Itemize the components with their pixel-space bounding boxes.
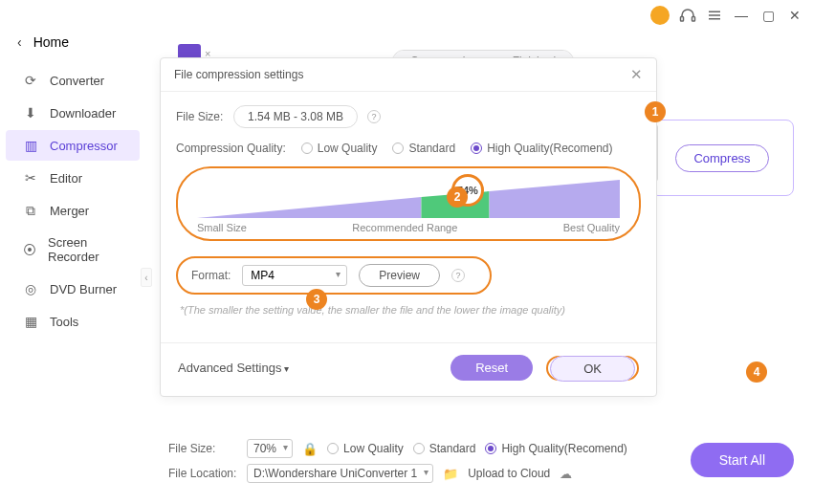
bb-filesize-label: File Size: [168, 442, 237, 455]
sidebar-item-merger[interactable]: ⧉ Merger [6, 195, 140, 226]
filesize-value[interactable]: 1.54 MB - 3.08 MB [233, 105, 358, 128]
cloud-icon[interactable]: ☁ [560, 467, 572, 481]
close-button[interactable]: ✕ [786, 8, 803, 23]
editor-icon: ✂ [23, 170, 38, 186]
standard-option[interactable]: Standard [392, 142, 455, 155]
bb-location-label: File Location: [168, 467, 237, 480]
preview-button[interactable]: Preview [359, 264, 440, 287]
sidebar-item-tools[interactable]: ▦ Tools [6, 306, 140, 337]
svg-rect-0 [681, 17, 684, 22]
bb-standard-option[interactable]: Standard [413, 442, 476, 455]
download-icon: ⬇ [23, 105, 38, 121]
start-all-button[interactable]: Start All [691, 443, 794, 477]
format-select[interactable]: MP4 [242, 265, 347, 286]
step-badge-3: 3 [306, 289, 327, 310]
svg-marker-7 [490, 180, 620, 218]
converter-icon: ⟳ [23, 73, 38, 88]
compression-settings-dialog: File compression settings ✕ File Size: 1… [160, 57, 657, 397]
sidebar-item-compressor[interactable]: ▥ Compressor [6, 130, 140, 161]
sidebar-item-label: DVD Burner [50, 282, 117, 296]
maximize-button[interactable]: ▢ [759, 8, 777, 23]
dialog-close-button[interactable]: ✕ [630, 66, 643, 83]
hint-text: *(The smaller the setting value, the sma… [180, 304, 641, 316]
sidebar-item-editor[interactable]: ✂ Editor [6, 163, 140, 193]
bb-low-option[interactable]: Low Quality [327, 442, 404, 455]
upload-label: Upload to Cloud [468, 467, 550, 480]
folder-icon[interactable]: 📁 [443, 467, 458, 481]
sidebar-item-downloader[interactable]: ⬇ Downloader [6, 98, 140, 128]
recorder-icon: ⦿ [23, 242, 36, 257]
sidebar-item-label: Converter [50, 74, 104, 88]
svg-rect-1 [692, 17, 695, 22]
tools-icon: ▦ [23, 314, 38, 329]
sidebar-item-label: Compressor [50, 139, 118, 153]
menu-icon[interactable] [706, 7, 723, 24]
headset-icon[interactable] [679, 7, 696, 24]
format-row: Format: MP4 Preview ? [176, 256, 492, 295]
format-label: Format: [191, 269, 231, 282]
compress-button[interactable]: Compress [675, 144, 768, 172]
sidebar-item-label: Downloader [50, 106, 116, 121]
svg-marker-5 [197, 197, 421, 218]
sidebar-item-converter[interactable]: ⟳ Converter [6, 65, 140, 96]
sidebar-item-dvd-burner[interactable]: ◎ DVD Burner [6, 274, 140, 304]
quality-slider-container: 74% Small Size Recommended Range Best Qu… [176, 166, 641, 241]
ok-button[interactable]: OK [550, 356, 635, 382]
help-icon-2[interactable]: ? [451, 269, 465, 282]
bb-location-select[interactable]: D:\Wondershare UniConverter 1 [247, 464, 433, 483]
home-label: Home [33, 34, 69, 50]
bottom-bar: File Size: 70% 🔒 Low Quality Standard Hi… [168, 433, 794, 483]
task-card: Compress [650, 120, 794, 196]
step-badge-2: 2 [447, 186, 468, 208]
minimize-button[interactable]: — [733, 8, 750, 23]
sidebar-item-label: Screen Recorder [48, 235, 122, 264]
sidebar-item-screen-recorder[interactable]: ⦿ Screen Recorder [6, 228, 140, 272]
merger-icon: ⧉ [23, 203, 38, 218]
bb-high-option[interactable]: High Quality(Recomend) [485, 442, 626, 455]
step-badge-4: 4 [746, 362, 767, 383]
sidebar-item-label: Merger [50, 204, 89, 218]
high-quality-option[interactable]: High Quality(Recomend) [471, 142, 612, 155]
bb-filesize-select[interactable]: 70% [247, 439, 293, 458]
advanced-settings-toggle[interactable]: Advanced Settings [178, 361, 289, 375]
reset-button[interactable]: Reset [450, 355, 533, 381]
home-back[interactable]: ‹ Home [0, 27, 145, 63]
lock-icon[interactable]: 🔒 [302, 442, 318, 456]
filesize-label: File Size: [176, 110, 224, 123]
dvd-icon: ◎ [23, 281, 38, 296]
cq-label: Compression Quality: [176, 142, 286, 155]
step-badge-1: 1 [645, 101, 666, 122]
avatar[interactable] [650, 6, 670, 25]
help-icon[interactable]: ? [367, 110, 381, 123]
sidebar-item-label: Tools [50, 315, 78, 329]
chevron-left-icon: ‹ [17, 34, 22, 50]
compressor-icon: ▥ [23, 138, 38, 153]
sidebar: ‹ Home ⟳ Converter ⬇ Downloader ▥ Compre… [0, 19, 145, 346]
sidebar-collapse[interactable]: ‹ [141, 268, 152, 287]
low-quality-option[interactable]: Low Quality [301, 142, 378, 155]
dialog-title: File compression settings [174, 68, 303, 81]
sidebar-item-label: Editor [50, 171, 82, 186]
